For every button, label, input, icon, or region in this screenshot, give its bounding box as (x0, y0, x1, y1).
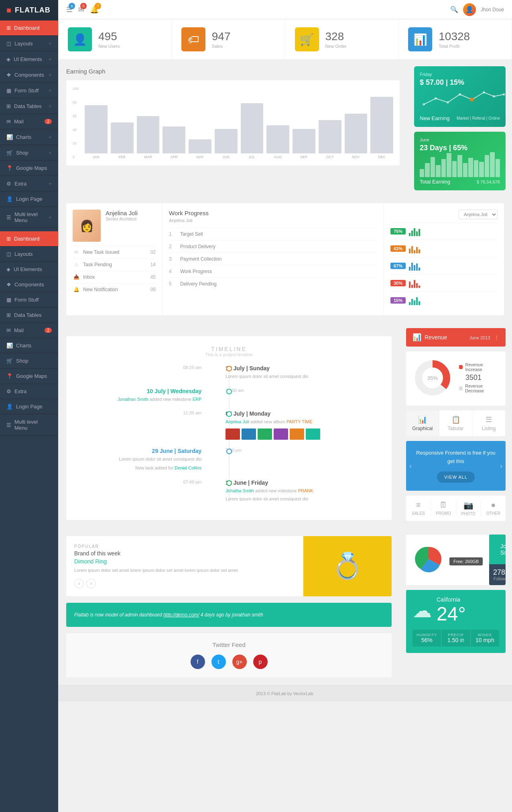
sidebar-item-shop[interactable]: 🛒Shop + (0, 145, 58, 161)
sidebar-item-comp2[interactable]: ❖Components (0, 277, 58, 292)
mini-bars-4 (409, 278, 420, 288)
revenue-date: June 2013 (469, 335, 490, 340)
promo-icon-item[interactable]: 🗓 PROMO (431, 500, 456, 516)
login2-icon: 👤 (6, 404, 13, 410)
sidebar-item-components[interactable]: ❖Components + (0, 67, 58, 83)
messages-button[interactable]: ☰ 6 (66, 5, 73, 14)
revenue-side: 📊 Revenue June 2013 ⋮ 35% (400, 322, 512, 528)
promo-next-button[interactable]: › (500, 461, 502, 470)
mail-button[interactable]: ✉ 5 (78, 5, 84, 14)
maps-icon: 📍 (6, 165, 13, 171)
promo-label: PROMO (436, 511, 451, 516)
person-dropdown[interactable]: Anjelina Joli (459, 210, 498, 219)
tab-graphical[interactable]: 📊 Graphical (406, 410, 439, 436)
sidebar-item-ui2[interactable]: ◈UI Elements (0, 262, 58, 277)
multi2-icon: ☰ (6, 422, 11, 428)
bar-month-label: OCT (326, 155, 334, 159)
sidebar-label: Dashboard (14, 236, 40, 242)
next-button[interactable]: › (86, 579, 96, 588)
sidebar-item-charts[interactable]: 📊Charts + (0, 129, 58, 145)
svg-point-0 (470, 98, 474, 102)
photo-icon-item[interactable]: 📷 PHOTO (456, 500, 481, 516)
sidebar-item-login[interactable]: 👤Login Page (0, 192, 58, 207)
sidebar-item-extra2[interactable]: ⚙Extra (0, 384, 58, 399)
prog-item-3: 67% (390, 257, 498, 274)
mini-bar (425, 163, 429, 177)
mini-bars-1 (409, 226, 420, 236)
sidebar-item-charts2[interactable]: 📊Charts (0, 338, 58, 353)
sidebar-item-layouts[interactable]: ◫Layouts + (0, 36, 58, 51)
brand-name: FLATLAB (15, 6, 51, 14)
sidebar-item-mail2[interactable]: ✉Mail 2 (0, 323, 58, 338)
flatlab-link[interactable]: http://demo.com/ (163, 612, 199, 618)
sidebar-item-ui[interactable]: ◈UI Elements + (0, 51, 58, 67)
svg-text:35%: 35% (427, 375, 438, 381)
profile-section: 👩 Anjelina Joli Senior Architect ✉ New T… (66, 203, 163, 315)
sidebar-label: Dashboard (14, 25, 40, 31)
sales-icon-item[interactable]: ≡ SALES (406, 500, 431, 516)
sidebar-item-maps2[interactable]: 📍Google Maps (0, 369, 58, 384)
sidebar-item-shop2[interactable]: 🛒Shop (0, 353, 58, 369)
mini-bar (420, 169, 424, 177)
mini-bar (496, 159, 500, 177)
work-item-2: 2 Product Delivery (169, 240, 377, 253)
dashboard-icon: ⊞ (6, 25, 11, 31)
topbar-icons: ☰ 6 ✉ 5 🔔 7 (66, 5, 99, 14)
promo-prev-button[interactable]: ‹ (409, 461, 412, 470)
popular-desc: Lorem ipsum dolor set amet lorem ipsum d… (74, 567, 295, 574)
sidebar-item-extra[interactable]: ⚙Extra + (0, 176, 58, 192)
legend-increase: Revenue Increase (459, 362, 499, 372)
winds-value: 10 mph (474, 637, 496, 643)
bar-month-label: JAN (93, 155, 100, 159)
prog-item-4: 30% (390, 274, 498, 292)
sidebar-item-tables[interactable]: ⊞Data Tables + (0, 98, 58, 114)
sidebar-item-form2[interactable]: ▦Form Stuff (0, 292, 58, 308)
task-label: New Task Issued (83, 249, 120, 255)
sidebar-item-tables2[interactable]: ⊞Data Tables (0, 308, 58, 323)
sidebar-label: Google Maps (16, 373, 47, 379)
profit-icon: 📊 (408, 27, 432, 51)
work-item-4: 4 Work Progress (169, 265, 377, 277)
facebook-button[interactable]: f (191, 655, 205, 669)
weather-stats: HUMIDITY 56% PRECIP 1.50 in WINDS 10 mph (412, 630, 499, 647)
prog-badge: 67% (390, 263, 406, 269)
mini-bar (468, 158, 473, 177)
storage-label: Free: 260GB (449, 557, 483, 565)
tab-listing[interactable]: ☰ Listing (472, 410, 506, 436)
sidebar-item-dashboard2[interactable]: ⊞ Dashboard (0, 231, 58, 247)
bar-wrap: DEC (370, 97, 393, 159)
humidity-stat: HUMIDITY 56% (412, 630, 441, 647)
sales-label: SALES (412, 511, 425, 516)
sidebar-item-multi2[interactable]: ☰Multi level Menu (0, 414, 58, 436)
search-icon[interactable]: 🔍 (450, 6, 458, 13)
sidebar-item-maps[interactable]: 📍Google Maps (0, 161, 58, 176)
sidebar-item-form[interactable]: ▦Form Stuff + (0, 83, 58, 98)
comp-icon: ❖ (6, 72, 11, 78)
twitter-button[interactable]: t (211, 655, 226, 669)
bar (137, 116, 160, 153)
jonathan-stats: 2789 Follower 270 Following ⚙ (489, 564, 506, 585)
prev-button[interactable]: ‹ (74, 579, 84, 588)
sidebar-item-multilevel[interactable]: ☰Multi level Menu + (0, 207, 58, 228)
new-earning-day: Friday (420, 72, 464, 77)
sidebar-item-dashboard[interactable]: ⊞ Dashboard (0, 20, 58, 36)
sidebar-item-login2[interactable]: 👤Login Page (0, 399, 58, 414)
mini-bar (431, 157, 435, 177)
chart-icon: 📊 (412, 333, 421, 342)
tab-tabular[interactable]: 📋 Tabular (439, 410, 473, 436)
gplus-button[interactable]: g+ (232, 655, 247, 669)
sidebar-item-mail[interactable]: ✉Mail 2 (0, 114, 58, 129)
tl-time: 11:35 am (76, 410, 201, 415)
expand-icon: + (49, 180, 52, 187)
pinterest-button[interactable]: p (253, 655, 268, 669)
work-title: Work Progress (169, 210, 377, 216)
bell-button[interactable]: 🔔 7 (90, 5, 99, 14)
tab-graphical-label: Graphical (412, 426, 433, 431)
view-all-button[interactable]: VIEW ALL (437, 471, 475, 483)
topbar: ☰ 6 ✉ 5 🔔 7 🔍 👤 Jhon Doue (58, 0, 512, 19)
new-earning-amount: $ 57.00 | 15% (420, 78, 464, 87)
sidebar-item-layouts2[interactable]: ◫Layouts (0, 247, 58, 262)
bar (189, 139, 211, 153)
social-icons: f t g+ p (74, 655, 384, 669)
other-icon-item[interactable]: ● OTHER (481, 500, 506, 516)
